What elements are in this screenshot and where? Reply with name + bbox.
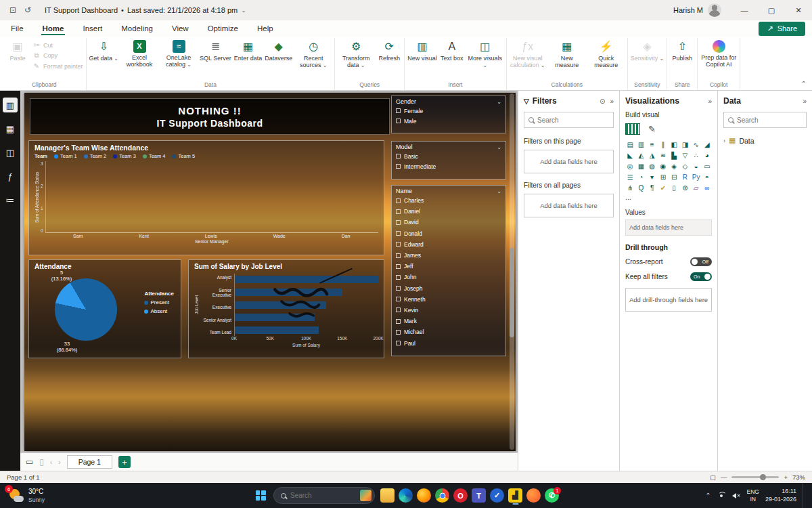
slicer-item-david[interactable]: David	[392, 217, 505, 228]
checkbox[interactable]	[396, 164, 401, 169]
paginated-report-icon[interactable]: ▯	[669, 183, 679, 192]
bar[interactable]	[235, 314, 315, 321]
sidebar-item-tmdl-view[interactable]: ≔	[3, 192, 18, 207]
new-visual-button[interactable]: ▥New visual	[406, 38, 438, 64]
cut-button[interactable]: ✂Cut	[32, 41, 83, 49]
canvas-scrollbar-thumb[interactable]	[510, 248, 514, 337]
maximize-button[interactable]: ▢	[758, 0, 785, 20]
wifi-icon[interactable]	[717, 492, 726, 499]
checkbox[interactable]	[396, 308, 401, 312]
chevron-down-icon[interactable]: ⌄	[497, 99, 501, 105]
r-script-visual-icon[interactable]: R	[680, 172, 690, 182]
bar[interactable]	[235, 326, 319, 334]
stacked-column-chart-icon[interactable]: ▥	[636, 140, 646, 149]
multi-row-card-icon[interactable]: ☰	[625, 172, 635, 182]
sidebar-item-dax-query-view[interactable]: ƒ	[3, 169, 18, 184]
python-visual-icon[interactable]: Py	[692, 172, 701, 182]
checkbox[interactable]	[396, 119, 401, 123]
slicer-icon[interactable]: ▾	[648, 172, 657, 182]
collapse-pane-icon[interactable]: »	[803, 98, 807, 105]
chevron-down-icon[interactable]: ⌄	[497, 144, 501, 150]
scatter-chart-icon[interactable]: ∴	[692, 150, 701, 160]
zoom-out-icon[interactable]: —	[721, 473, 727, 481]
build-visual-icon[interactable]	[625, 123, 640, 135]
chevron-down-icon[interactable]: ⌄	[241, 7, 246, 14]
100-stacked-column-chart-icon[interactable]: ◨	[680, 140, 690, 149]
checkbox[interactable]	[396, 198, 401, 203]
slicer-item-male[interactable]: Male	[392, 116, 505, 126]
opera-icon[interactable]: O	[451, 486, 470, 505]
matrix-icon[interactable]: ⊟	[669, 172, 679, 182]
get-data-button[interactable]: ⇩Get data ⌄	[88, 38, 120, 64]
line-stacked-column-chart-icon[interactable]: ◭	[636, 150, 646, 160]
checkbox[interactable]	[396, 209, 401, 214]
slicer-item-john[interactable]: John	[392, 272, 505, 282]
filters-page-dropzone[interactable]: Add data fields here	[524, 150, 614, 173]
legend-item[interactable]: Team 5	[172, 153, 195, 159]
menu-tab-file[interactable]: File	[9, 22, 25, 35]
menu-tab-view[interactable]: View	[171, 22, 190, 35]
browser-icon[interactable]	[524, 486, 543, 505]
collapse-ribbon-icon[interactable]: ⌃	[801, 80, 807, 87]
pie-chart-icon[interactable]: ◕	[702, 150, 712, 160]
zoom-slider-thumb[interactable]	[760, 474, 766, 480]
sql-server-button[interactable]: ≣SQL Server	[198, 38, 233, 64]
slicer-model[interactable]: Model ⌄ BasicIntermediate	[391, 141, 506, 179]
publish-button[interactable]: ⇧Publish	[669, 38, 696, 64]
transform-data-button[interactable]: ⚙Transform data ⌄	[336, 38, 376, 71]
filters-search[interactable]	[524, 112, 614, 128]
checkbox[interactable]	[396, 341, 401, 345]
data-tree-item[interactable]: › ▦ Data	[723, 136, 807, 145]
format-painter-button[interactable]: ✎Format painter	[32, 62, 83, 70]
report-canvas[interactable]: NOTHING !! IT Support Dashboard Gender ⌄…	[20, 91, 518, 452]
key-influencers-icon[interactable]: ◓	[702, 172, 712, 182]
slicer-item-kevin[interactable]: Kevin	[392, 305, 505, 316]
slicer-item-daniel[interactable]: Daniel	[392, 206, 505, 217]
avatar[interactable]	[708, 3, 721, 17]
prep-data-copilot-button[interactable]: Prep data for Copilot AI	[699, 38, 738, 70]
salary-bar-chart[interactable]: Sum of Salary by Job Level Job Level Ana…	[188, 259, 384, 358]
collapse-pane-icon[interactable]: »	[708, 98, 712, 105]
slicer-item-joseph[interactable]: Joseph	[392, 283, 505, 294]
gauge-icon[interactable]: ◒	[692, 161, 701, 171]
todo-icon[interactable]: ✓	[488, 486, 506, 505]
more-visuals-button[interactable]: ◫More visuals ⌄	[466, 38, 505, 71]
line-chart-icon[interactable]: ∿	[692, 140, 701, 149]
checkbox[interactable]	[396, 108, 401, 113]
whatsapp-icon[interactable]: ✆1	[543, 486, 561, 505]
dashboard-title-box[interactable]: NOTHING !! IT Support Dashboard	[30, 98, 390, 135]
desktop-view-icon[interactable]: ▭	[26, 457, 33, 467]
show-desktop-button[interactable]	[803, 483, 805, 508]
metrics-icon[interactable]: ✔	[658, 183, 668, 192]
filters-all-dropzone[interactable]: Add data fields here	[524, 194, 614, 217]
slicer-item-charles[interactable]: Charles	[392, 195, 505, 206]
collapse-pane-icon[interactable]: »	[610, 98, 614, 105]
arcgis-map-icon[interactable]: ⊕	[680, 183, 690, 192]
menu-tab-help[interactable]: Help	[256, 22, 275, 35]
clock[interactable]: 16:11 29-01-2026	[765, 488, 796, 503]
powerbi-icon[interactable]: ▟	[506, 486, 524, 505]
bar[interactable]	[235, 276, 378, 283]
quick-measure-button[interactable]: ⚡Quick measure	[587, 38, 626, 71]
waterfall-chart-icon[interactable]: ▙	[669, 150, 679, 160]
cross-report-toggle[interactable]: Off	[690, 257, 712, 266]
report-page[interactable]: NOTHING !! IT Support Dashboard Gender ⌄…	[24, 93, 516, 451]
taskbar-search[interactable]	[273, 487, 375, 504]
checkbox[interactable]	[396, 253, 401, 258]
chrome-icon[interactable]	[433, 486, 451, 505]
map-icon[interactable]: ◍	[648, 161, 657, 171]
slicer-item-edward[interactable]: Edward	[392, 239, 505, 250]
table-icon[interactable]: ⊞	[658, 172, 668, 182]
card-icon[interactable]: ▭	[702, 161, 712, 171]
refresh-button[interactable]: ⟳Refresh	[376, 38, 403, 64]
format-visual-icon[interactable]: ✎	[648, 124, 656, 134]
next-page-icon[interactable]: ›	[58, 459, 60, 466]
checkbox[interactable]	[396, 220, 401, 225]
checkbox[interactable]	[396, 275, 401, 280]
new-page-button[interactable]: +	[118, 456, 131, 468]
new-measure-button[interactable]: ▦New measure	[547, 38, 587, 71]
minimize-button[interactable]: —	[731, 0, 758, 20]
legend-item[interactable]: Team 4	[143, 153, 166, 159]
sensitivity-button[interactable]: ◈Sensitivity ⌄	[629, 38, 665, 64]
qa-visual-icon[interactable]: Q	[636, 183, 646, 192]
